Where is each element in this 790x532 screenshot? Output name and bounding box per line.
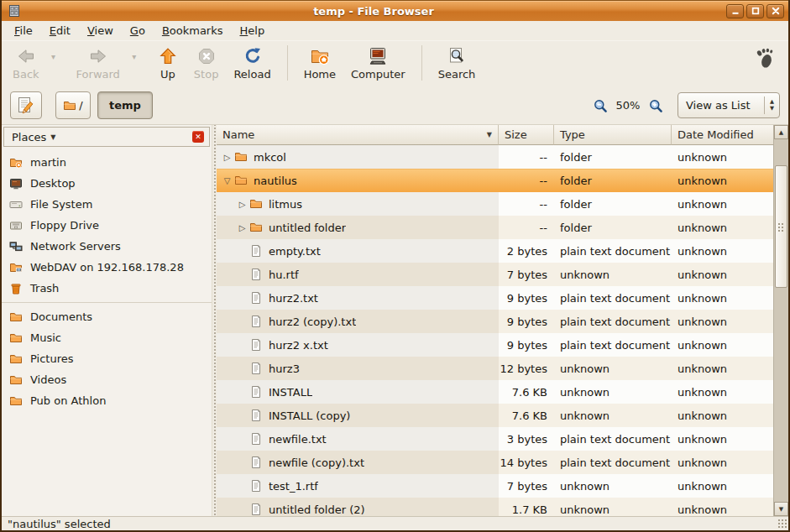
file-name-cell: newfile (copy).txt — [217, 451, 499, 474]
forward-history-dropdown[interactable]: ▾ — [128, 44, 141, 61]
folder-icon — [9, 331, 23, 345]
file-row-hu-rtf[interactable]: hu.rtf7 bytesunknownunknown — [217, 263, 773, 286]
file-row-hurz2-x-txt[interactable]: hurz2 x.txt9 bytesplain text documentunk… — [217, 333, 773, 357]
edit-location-icon — [16, 96, 36, 116]
back-history-dropdown[interactable]: ▾ — [47, 44, 60, 61]
file-row-hurz2-copy-txt[interactable]: hurz2 (copy).txt9 bytesplain text docume… — [217, 310, 773, 333]
file-row-newfile-txt[interactable]: newfile.txt3 bytesplain text documentunk… — [217, 427, 773, 451]
place-label: Trash — [30, 282, 59, 295]
menu-go[interactable]: Go — [122, 22, 154, 40]
file-date-cell: unknown — [672, 427, 773, 451]
file-row-test-1-rtf[interactable]: test_1.rtf7 bytesunknownunknown — [217, 474, 773, 498]
sidebar-mode-selector[interactable]: Places — [12, 131, 46, 143]
place-pictures[interactable]: Pictures — [2, 348, 212, 369]
scrollbar-thumb[interactable] — [775, 165, 787, 288]
view-mode-spin-arrows: ▲▼ — [765, 93, 779, 117]
file-row-nautilus[interactable]: ▽nautilus--folderunknown — [217, 169, 773, 192]
menu-edit[interactable]: Edit — [41, 22, 79, 40]
stop-button-label: Stop — [194, 68, 219, 81]
root-path-button[interactable]: / — [55, 91, 91, 119]
file-row-empty-txt[interactable]: empty.txt2 bytesplain text documentunkno… — [217, 239, 773, 263]
file-row-newfile-copy-txt[interactable]: newfile (copy).txt14 bytesplain text doc… — [217, 451, 773, 474]
folder-icon — [9, 394, 23, 408]
file-row-install[interactable]: INSTALL7.6 KBunknownunknown — [217, 380, 773, 404]
vertical-scrollbar[interactable]: ▲ ▼ — [773, 125, 788, 516]
file-type-cell: unknown — [554, 380, 672, 404]
edit-location-button[interactable] — [10, 91, 42, 119]
sort-descending-icon: ▼ — [487, 131, 492, 138]
place-trash[interactable]: Trash — [2, 278, 212, 299]
file-size-cell: 9 bytes — [499, 286, 554, 310]
back-arrow-icon — [16, 46, 36, 66]
expander-collapsed-icon[interactable]: ▷ — [220, 153, 234, 162]
up-button[interactable]: Up — [149, 44, 186, 82]
column-header-name[interactable]: Name ▼ — [217, 125, 499, 145]
network-icon — [9, 240, 23, 253]
place-videos[interactable]: Videos — [2, 369, 212, 390]
file-date-cell: unknown — [672, 380, 773, 404]
zoom-in-button[interactable] — [647, 97, 664, 114]
expander-collapsed-icon[interactable]: ▷ — [235, 223, 249, 232]
expander-expanded-icon[interactable]: ▽ — [220, 176, 234, 185]
search-button[interactable]: Search — [431, 44, 484, 82]
close-button[interactable] — [766, 4, 784, 18]
file-name-label: test_1.rtf — [269, 480, 318, 493]
home-button[interactable]: Home — [296, 44, 343, 82]
root-path-label: / — [79, 99, 82, 112]
file-type-cell: plain text document — [554, 239, 672, 263]
scroll-up-button[interactable]: ▲ — [774, 125, 788, 139]
place-floppy-drive[interactable]: Floppy Drive — [2, 215, 212, 236]
menu-help[interactable]: Help — [232, 22, 274, 40]
file-type-cell: plain text document — [554, 451, 672, 474]
minimize-button[interactable] — [726, 4, 744, 18]
computer-icon — [368, 46, 388, 66]
reload-button[interactable]: Reload — [226, 44, 278, 82]
file-row-untitled-folder[interactable]: ▷untitled folder--folderunknown — [217, 216, 773, 239]
current-path-button[interactable]: temp — [97, 91, 153, 119]
place-martin[interactable]: martin — [2, 152, 212, 173]
titlebar[interactable]: temp - File Browser — [2, 0, 788, 21]
file-row-mkcol[interactable]: ▷mkcol--folderunknown — [217, 145, 773, 169]
toolbar: Back▾Forward▾UpStopReloadHomeComputerSea… — [2, 40, 788, 86]
expander-collapsed-icon[interactable]: ▷ — [235, 200, 249, 209]
menu-view[interactable]: View — [79, 22, 122, 40]
file-type-cell: plain text document — [554, 427, 672, 451]
file-type-cell: unknown — [554, 498, 672, 516]
sidebar-close-button[interactable]: ✕ — [192, 131, 204, 143]
file-row-untitled-folder-2[interactable]: untitled folder (2)1.7 KBunknownunknown — [217, 498, 773, 516]
file-name-label: INSTALL (copy) — [269, 409, 350, 422]
menu-bookmarks[interactable]: Bookmarks — [154, 22, 232, 40]
file-date-cell: unknown — [672, 286, 773, 310]
window-resize-grip[interactable] — [777, 519, 788, 529]
gnome-throbber-icon — [753, 47, 777, 70]
text-file-icon — [249, 432, 264, 446]
content-area: Places ▼ ✕ martinDesktopFile SystemFlopp… — [2, 124, 788, 516]
file-name-cell: ▷mkcol — [217, 145, 499, 169]
place-file-system[interactable]: File System — [2, 194, 212, 215]
column-header-size[interactable]: Size — [499, 125, 554, 145]
place-webdav-on-192-168-178-28[interactable]: WebDAV on 192.168.178.28 — [2, 257, 212, 278]
scroll-down-button[interactable]: ▼ — [774, 502, 788, 516]
file-name-cell: ▷litmus — [217, 192, 499, 216]
place-pub-on-athlon[interactable]: Pub on Athlon — [2, 390, 212, 411]
column-header-type[interactable]: Type — [554, 125, 672, 145]
zoom-out-button[interactable] — [592, 97, 609, 114]
file-row-hurz2-txt[interactable]: hurz2.txt9 bytesplain text documentunkno… — [217, 286, 773, 310]
column-header-date-modified[interactable]: Date Modified — [672, 125, 773, 145]
statusbar: "nautilus" selected — [2, 516, 788, 530]
place-network-servers[interactable]: Network Servers — [2, 236, 212, 257]
file-type-cell: plain text document — [554, 286, 672, 310]
place-music[interactable]: Music — [2, 327, 212, 348]
folder-icon — [9, 373, 23, 387]
file-row-install-copy[interactable]: INSTALL (copy)7.6 KBunknownunknown — [217, 404, 773, 427]
view-mode-selector[interactable]: View as List ▲▼ — [678, 92, 780, 118]
place-label: File System — [30, 198, 92, 211]
place-desktop[interactable]: Desktop — [2, 173, 212, 194]
file-row-hurz3[interactable]: hurz312 bytesunknownunknown — [217, 357, 773, 380]
place-documents[interactable]: Documents — [2, 306, 212, 327]
maximize-button[interactable] — [746, 4, 764, 18]
menu-file[interactable]: File — [6, 22, 41, 40]
computer-button[interactable]: Computer — [343, 44, 413, 82]
text-file-icon — [249, 409, 264, 423]
file-row-litmus[interactable]: ▷litmus--folderunknown — [217, 192, 773, 216]
